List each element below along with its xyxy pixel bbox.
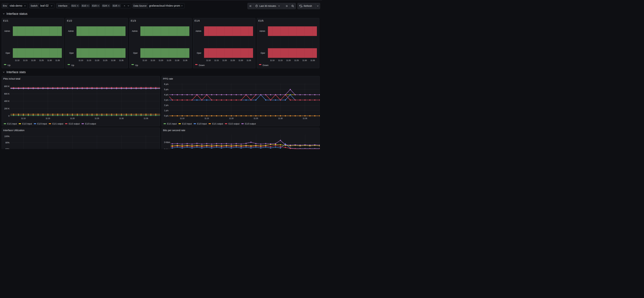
svg-text:11:15: 11:15 [150, 59, 155, 61]
svg-text:5 p/s: 5 p/s [164, 88, 168, 91]
svg-text:11:10: 11:10 [79, 59, 83, 61]
svg-text:11:15: 11:15 [23, 59, 27, 61]
svg-text:11:30: 11:30 [278, 117, 282, 119]
svg-text:Admin: Admin [259, 30, 265, 32]
svg-text:Admin: Admin [4, 30, 10, 32]
svg-text:600 K: 600 K [4, 93, 9, 95]
svg-text:Oper: Oper [261, 52, 265, 54]
svg-text:Oper: Oper [197, 52, 202, 54]
svg-text:11:30: 11:30 [238, 59, 243, 61]
svg-text:Up: Up [8, 64, 10, 67]
svg-text:Oper: Oper [69, 52, 74, 54]
svg-text:0: 0 [8, 115, 10, 117]
svg-text:11:20: 11:20 [70, 117, 74, 119]
svg-text:11:15: 11:15 [204, 117, 209, 119]
svg-text:11:10: 11:10 [21, 117, 26, 119]
svg-text:11:10: 11:10 [180, 117, 184, 119]
svg-text:11:10: 11:10 [15, 59, 19, 61]
svg-text:11:35: 11:35 [144, 117, 148, 119]
svg-text:11:20: 11:20 [31, 59, 35, 61]
svg-text:11:35: 11:35 [310, 59, 315, 61]
svg-text:11:10: 11:10 [206, 59, 210, 61]
svg-text:11:30: 11:30 [119, 117, 124, 119]
svg-text:3 Kib/s: 3 Kib/s [164, 141, 170, 143]
svg-text:11:15: 11:15 [214, 59, 219, 61]
svg-text:11:25: 11:25 [230, 59, 235, 61]
svg-text:11:35: 11:35 [119, 59, 124, 61]
svg-text:Admin: Admin [132, 30, 138, 32]
svg-text:11:25: 11:25 [294, 59, 298, 61]
svg-text:11:20: 11:20 [222, 59, 227, 61]
svg-text:11:25: 11:25 [103, 59, 107, 61]
svg-text:800 K: 800 K [4, 85, 9, 88]
svg-text:1 p/s: 1 p/s [164, 109, 168, 112]
svg-text:4 p/s: 4 p/s [164, 94, 168, 96]
svg-text:11:20: 11:20 [229, 117, 233, 119]
svg-text:Admin: Admin [68, 30, 74, 32]
svg-text:200 K: 200 K [4, 107, 9, 110]
svg-text:11:35: 11:35 [303, 117, 307, 119]
svg-text:3 p/s: 3 p/s [164, 99, 168, 101]
svg-text:2 p/s: 2 p/s [164, 104, 168, 106]
svg-text:11:30: 11:30 [175, 59, 179, 61]
svg-text:11:35: 11:35 [183, 59, 187, 61]
svg-text:Oper: Oper [6, 52, 10, 54]
svg-text:80%: 80% [5, 141, 9, 144]
svg-text:11:30: 11:30 [47, 59, 52, 61]
svg-text:11:25: 11:25 [94, 117, 99, 119]
svg-text:11:35: 11:35 [246, 59, 251, 61]
svg-text:Down: Down [262, 64, 268, 67]
svg-text:400 K: 400 K [4, 100, 9, 102]
svg-text:11:25: 11:25 [254, 117, 258, 119]
svg-text:Down: Down [199, 64, 205, 67]
svg-text:11:10: 11:10 [142, 59, 147, 61]
svg-text:6 p/s: 6 p/s [164, 83, 168, 85]
svg-text:0 p/s: 0 p/s [164, 115, 168, 117]
svg-text:11:15: 11:15 [86, 59, 91, 61]
svg-text:11:35: 11:35 [55, 59, 60, 61]
svg-text:11:15: 11:15 [46, 117, 50, 119]
svg-text:11:25: 11:25 [39, 59, 44, 61]
svg-text:11:20: 11:20 [286, 59, 290, 61]
svg-text:11:10: 11:10 [270, 59, 274, 61]
svg-text:11:30: 11:30 [302, 59, 307, 61]
svg-text:11:20: 11:20 [158, 59, 163, 61]
svg-text:Up: Up [135, 64, 138, 67]
svg-text:11:30: 11:30 [111, 59, 115, 61]
svg-text:Oper: Oper [133, 52, 138, 54]
svg-text:100%: 100% [4, 135, 10, 137]
svg-text:11:15: 11:15 [278, 59, 282, 61]
svg-text:Up: Up [71, 64, 74, 67]
svg-text:Admin: Admin [196, 30, 202, 32]
svg-text:11:20: 11:20 [95, 59, 99, 61]
svg-text:2 Kib/s: 2 Kib/s [164, 148, 170, 149]
svg-text:60%: 60% [5, 148, 9, 149]
svg-text:11:25: 11:25 [166, 59, 171, 61]
